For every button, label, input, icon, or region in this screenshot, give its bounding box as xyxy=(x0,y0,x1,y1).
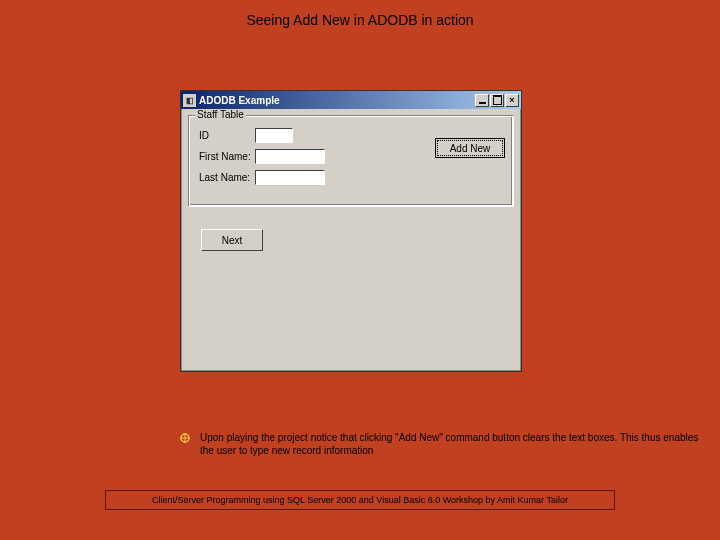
minimize-button[interactable] xyxy=(475,94,489,107)
form-icon: ◧ xyxy=(183,94,196,107)
last-name-input[interactable] xyxy=(255,170,325,185)
note-text: Upon playing the project notice that cli… xyxy=(200,432,700,457)
last-name-row: Last Name: xyxy=(199,170,325,185)
add-new-button[interactable]: Add New xyxy=(435,138,505,158)
window-title: ADODB Example xyxy=(199,95,475,106)
vb-window: ◧ ADODB Example × Staff Table ID First N… xyxy=(180,90,522,372)
id-label: ID xyxy=(199,130,255,141)
next-button[interactable]: Next xyxy=(201,229,263,251)
first-name-row: First Name: xyxy=(199,149,325,164)
explanatory-note: Upon playing the project notice that cli… xyxy=(180,432,700,457)
staff-table-groupbox: Staff Table ID First Name: Last Name: Ad… xyxy=(188,115,514,207)
last-name-label: Last Name: xyxy=(199,172,255,183)
groupbox-legend: Staff Table xyxy=(195,109,246,120)
slide-title: Seeing Add New in ADODB in action xyxy=(0,12,720,28)
maximize-button[interactable] xyxy=(490,94,504,107)
footer-credit: Client/Server Programming using SQL Serv… xyxy=(105,490,615,510)
id-input[interactable] xyxy=(255,128,293,143)
id-row: ID xyxy=(199,128,293,143)
first-name-label: First Name: xyxy=(199,151,255,162)
first-name-input[interactable] xyxy=(255,149,325,164)
close-button[interactable]: × xyxy=(505,94,519,107)
bullet-icon xyxy=(180,433,190,443)
window-controls: × xyxy=(475,94,519,107)
window-titlebar[interactable]: ◧ ADODB Example × xyxy=(181,91,521,109)
